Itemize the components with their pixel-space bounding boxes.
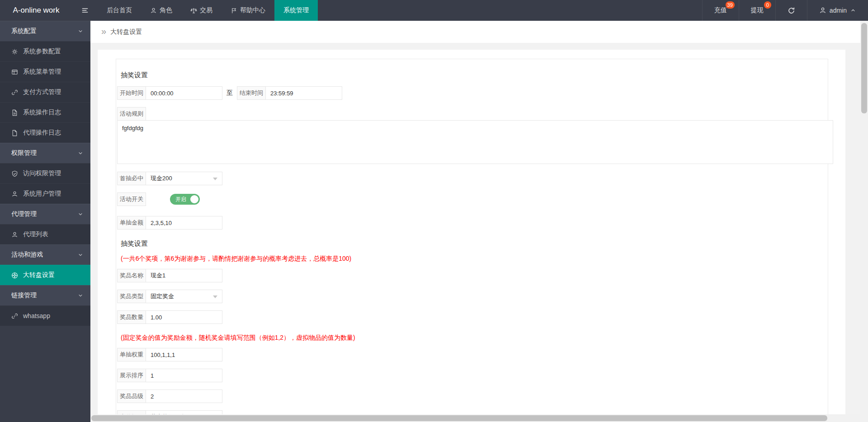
display-order-label: 展示排序 <box>117 369 146 382</box>
draw-weight-label: 单抽权重 <box>117 348 146 361</box>
chevron-down-icon <box>77 150 84 156</box>
sidebar-item-access-permissions-label: 访问权限管理 <box>23 169 61 178</box>
withdraw-button[interactable]: 提现 0 <box>739 0 775 21</box>
sidebar-toggle-button[interactable] <box>72 0 98 21</box>
prize-grade-label: 奖品品级 <box>117 389 146 403</box>
prize-quantity-row: 奖品数量 <box>117 310 826 324</box>
breadcrumb-label: 大转盘设置 <box>110 28 142 36</box>
sidebar-section-activities-games-label: 活动和游戏 <box>11 251 43 259</box>
range-separator: 至 <box>226 89 233 97</box>
display-order-input[interactable] <box>146 369 222 382</box>
sidebar-item-system-op-logs-label: 系统操作日志 <box>23 108 61 117</box>
chevron-down-icon <box>213 178 217 180</box>
link-icon <box>11 313 18 319</box>
nav-item-help-center[interactable]: 帮助中心 <box>222 0 274 21</box>
nav-item-dashboard-label: 后台首页 <box>107 6 132 14</box>
sidebar-item-system-menu[interactable]: 系统菜单管理 <box>0 61 90 82</box>
nav-item-help-center-label: 帮助中心 <box>240 6 265 14</box>
chevron-down-icon <box>77 28 84 34</box>
first-draw-selected-value: 现金200 <box>151 175 172 182</box>
form-panel: 抽奖设置 开始时间 至 结束时间 活动规则 fgfdgfdg 首抽必中 现金20… <box>116 59 828 414</box>
content-area: 抽奖设置 开始时间 至 结束时间 活动规则 fgfdgfdg 首抽必中 现金20… <box>90 43 853 414</box>
refresh-button[interactable] <box>775 0 807 21</box>
nav-item-system-management[interactable]: 系统管理 <box>274 0 318 21</box>
withdraw-label: 提现 <box>751 6 764 14</box>
section2-title: 抽奖设置 <box>121 239 826 248</box>
double-chevron-right-icon: » <box>101 27 106 36</box>
first-draw-select[interactable]: 现金200 <box>146 172 222 185</box>
horizontal-scrollbar[interactable] <box>90 414 868 422</box>
win-tip-input[interactable] <box>146 410 222 414</box>
win-tip-label: 中奖提示 <box>117 410 146 414</box>
link-icon <box>11 89 18 96</box>
prize-type-select[interactable]: 固定奖金 <box>146 290 222 303</box>
withdraw-badge: 0 <box>764 1 771 9</box>
sidebar-item-wheel-settings[interactable]: 大转盘设置 <box>0 265 90 285</box>
recharge-button[interactable]: 充值 39 <box>702 0 739 21</box>
prize-quantity-input[interactable] <box>146 310 222 324</box>
vertical-scrollbar[interactable] <box>860 21 868 422</box>
sidebar-item-system-menu-label: 系统菜单管理 <box>23 68 61 76</box>
sidebar-item-agent-op-logs-label: 代理操作日志 <box>23 129 61 137</box>
first-draw-row: 首抽必中 现金200 <box>117 172 826 185</box>
user-icon <box>150 7 157 14</box>
rules-textarea[interactable]: fgfdgfdg <box>117 120 833 164</box>
nav-item-dashboard[interactable]: 后台首页 <box>98 0 141 21</box>
sidebar-item-system-params[interactable]: 系统参数配置 <box>0 41 90 61</box>
sidebar-section-system-config[interactable]: 系统配置 <box>0 21 90 41</box>
horizontal-scrollbar-thumb[interactable] <box>91 415 827 421</box>
sidebar-item-system-op-logs[interactable]: 系统操作日志 <box>0 102 90 122</box>
sidebar-item-system-params-label: 系统参数配置 <box>23 47 61 56</box>
start-time-input[interactable] <box>146 86 222 100</box>
end-time-input[interactable] <box>265 86 342 100</box>
single-amount-input[interactable] <box>146 216 222 230</box>
sidebar-section-agents[interactable]: 代理管理 <box>0 204 90 224</box>
sidebar-item-whatsapp-label: whatsapp <box>23 312 50 319</box>
nav-item-system-management-label: 系统管理 <box>283 6 309 14</box>
flag-icon <box>231 7 237 14</box>
breadcrumb: » 大转盘设置 <box>90 21 860 43</box>
vertical-scrollbar-thumb[interactable] <box>861 23 867 113</box>
toggle-knob <box>190 195 198 203</box>
activity-switch-toggle[interactable]: 开启 <box>170 194 200 205</box>
rules-label: 活动规则 <box>117 107 146 121</box>
sidebar-section-link-management[interactable]: 链接管理 <box>0 285 90 305</box>
sidebar-item-agent-op-logs[interactable]: 代理操作日志 <box>0 122 90 143</box>
chevron-down-icon <box>77 252 84 258</box>
prize-grade-row: 奖品品级 <box>117 389 826 403</box>
value-note: (固定奖金的值为奖励金额，随机奖金请填写范围（例如1,2），虚拟物品的值为数量) <box>121 334 826 342</box>
sidebar-item-system-users-label: 系统用户管理 <box>23 190 61 198</box>
app-logo: A-online work <box>0 0 72 21</box>
sidebar-item-agent-list[interactable]: 代理列表 <box>0 224 90 244</box>
sidebar-item-access-permissions[interactable]: 访问权限管理 <box>0 163 90 183</box>
header-right: 充值 39 提现 0 admin <box>702 0 868 21</box>
user-icon <box>11 231 18 238</box>
win-tip-row: 中奖提示 <box>117 410 826 414</box>
activity-switch-label: 活动开关 <box>117 192 146 206</box>
sidebar-nav: 系统配置系统参数配置系统菜单管理支付方式管理系统操作日志代理操作日志权限管理访问… <box>0 21 90 422</box>
sidebar-section-activities-games[interactable]: 活动和游戏 <box>0 244 90 265</box>
sidebar-section-link-management-label: 链接管理 <box>11 291 37 300</box>
chevron-up-icon <box>850 7 856 14</box>
sidebar-item-system-users[interactable]: 系统用户管理 <box>0 183 90 204</box>
nav-item-roles[interactable]: 角色 <box>141 0 181 21</box>
rules-label-row: 活动规则 <box>117 107 826 121</box>
prize-grade-input[interactable] <box>146 389 222 403</box>
wheel-icon <box>11 272 18 279</box>
shield-check-icon <box>11 170 18 177</box>
nav-item-trade[interactable]: 交易 <box>181 0 222 21</box>
prize-name-input[interactable] <box>146 269 222 282</box>
draw-weight-input[interactable] <box>146 348 222 361</box>
sidebar-item-whatsapp[interactable]: whatsapp <box>0 305 90 326</box>
sidebar-section-permissions-label: 权限管理 <box>11 149 37 157</box>
single-amount-label: 单抽金额 <box>117 216 146 230</box>
user-icon <box>819 7 826 14</box>
chevron-down-icon <box>213 295 217 298</box>
user-icon <box>11 191 18 197</box>
content-card: 抽奖设置 开始时间 至 结束时间 活动规则 fgfdgfdg 首抽必中 现金20… <box>98 50 845 414</box>
user-menu[interactable]: admin <box>807 0 868 21</box>
sidebar-section-permissions[interactable]: 权限管理 <box>0 143 90 163</box>
refresh-icon <box>788 7 795 14</box>
draw-weight-row: 单抽权重 <box>117 348 826 361</box>
sidebar-item-payment-methods[interactable]: 支付方式管理 <box>0 82 90 102</box>
